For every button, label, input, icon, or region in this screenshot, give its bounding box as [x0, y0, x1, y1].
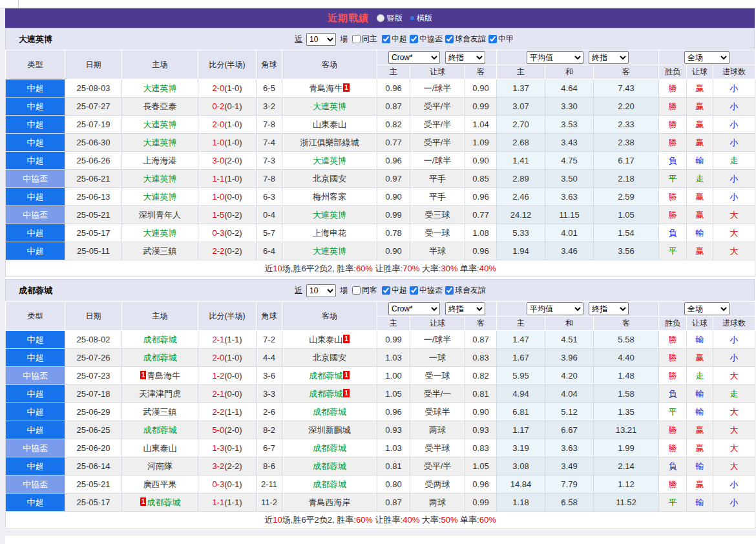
result-handicap-cell: 輸 [687, 403, 713, 421]
summary-text: 60% [356, 515, 373, 525]
result-handicap-cell: 輸 [687, 457, 713, 476]
match-type-cell: 中超 [6, 421, 65, 439]
avg-away-cell: 1.58 [594, 385, 659, 403]
team-name: 大連英博 [143, 120, 177, 129]
away-team-cell: 成都蓉城 [282, 457, 377, 476]
odds-away-cell: 1.05 [465, 457, 497, 476]
league-checkbox[interactable] [445, 35, 454, 43]
team-name: 成都蓉城 [309, 371, 342, 381]
avg-home-cell: 3.08 [497, 457, 545, 476]
result-outcome-cell: 勝 [659, 349, 687, 367]
score-cell: 2-0(1-0) [198, 116, 257, 134]
team-name: 大連英博 [143, 192, 177, 202]
result-outcome-cell: 平 [659, 403, 687, 421]
league-filter[interactable]: 中超 [382, 285, 407, 296]
home-team-cell: 大連英博 [122, 116, 198, 134]
average-select[interactable]: 平均值 [527, 51, 583, 64]
same-venue-checkbox[interactable] [352, 286, 361, 295]
league-filter[interactable]: 中甲 [488, 34, 514, 45]
odds-home-cell: 0.78 [377, 224, 410, 242]
table-row: 中協盃25-05-21廣西平果0-3(0-1)2-11成都蓉城0.80受两球0.… [6, 476, 755, 494]
league-filter[interactable]: 中協盃 [410, 285, 443, 296]
odds-away-cell: 1.08 [465, 224, 497, 242]
league-label: 球會友誼 [455, 285, 486, 296]
final-average-select[interactable]: 終指 [589, 302, 629, 315]
full-score: 0-3 [212, 228, 224, 238]
recent-link[interactable]: 近 [295, 285, 302, 296]
league-checkbox[interactable] [445, 286, 454, 295]
odds-away-cell: 0.77 [465, 206, 497, 224]
score-cell: 2-2(1-1) [198, 403, 257, 421]
league-checkbox[interactable] [382, 35, 390, 43]
match-type-cell: 中協盃 [6, 170, 65, 188]
corner-cell: 2-11 [257, 476, 282, 494]
radio-unselected-icon[interactable] [377, 14, 384, 22]
recent-count-select[interactable]: 10 [306, 33, 336, 46]
result-handicap-cell: 赢 [687, 206, 713, 224]
avg-draw-cell: 4.20 [545, 367, 594, 385]
match-type-cell: 中超 [6, 331, 65, 349]
scope-select[interactable]: 全场 [684, 51, 730, 64]
same-venue-checkbox[interactable] [352, 35, 361, 43]
away-team-cell: 山東泰山 [282, 116, 377, 134]
league-filter[interactable]: 中協盃 [410, 34, 443, 45]
layout-radio-horizontal[interactable]: 橫版 [410, 13, 432, 24]
home-team-cell: 1青島海牛 [122, 367, 198, 385]
handicap-cell: 受三球 [410, 206, 465, 224]
col-avg-away: 客 [594, 65, 659, 79]
avg-home-cell: 14.84 [497, 476, 545, 494]
team-name: 大連英博 [143, 174, 177, 183]
scope-select[interactable]: 全场 [684, 302, 730, 315]
result-goals-cell: 大 [713, 403, 755, 421]
layout-radio-vertical[interactable]: 豎版 [377, 13, 403, 24]
match-date: 25-05-21 [65, 206, 122, 224]
final-odds-select[interactable]: 終指 [445, 302, 485, 315]
avg-draw-cell: 11.15 [545, 206, 594, 224]
avg-draw-cell: 4.64 [545, 79, 594, 98]
col-odds-home: 主 [377, 317, 410, 331]
avg-draw-cell: 4.75 [545, 152, 594, 170]
red-card-badge: 1 [343, 83, 350, 92]
half-score: (0-0) [224, 389, 242, 399]
match-type-cell: 中超 [6, 79, 65, 98]
average-select[interactable]: 平均值 [527, 302, 583, 315]
radio-selected-icon[interactable] [410, 16, 414, 20]
away-team-cell: 北京國安 [282, 170, 377, 188]
recent-link[interactable]: 近 [295, 34, 302, 45]
bookmaker-select[interactable]: Crow* [388, 302, 440, 315]
team-name: 山東泰山 [143, 443, 177, 453]
red-card-badge: 1 [140, 371, 147, 379]
league-filter[interactable]: 球會友誼 [445, 285, 486, 296]
odds-away-cell: 1.04 [465, 116, 497, 134]
league-checkbox[interactable] [488, 35, 497, 43]
score-cell: 1-0(0-0) [198, 188, 257, 206]
team-name: 梅州客家 [313, 192, 346, 202]
final-average-select[interactable]: 終指 [589, 51, 629, 64]
full-score: 2-2 [212, 246, 224, 256]
corner-cell: 4-4 [257, 349, 282, 367]
home-team-cell: 河南隊 [122, 457, 198, 476]
bookmaker-select[interactable]: Crow* [388, 51, 440, 64]
league-checkbox[interactable] [410, 286, 418, 295]
radio-vertical-label: 豎版 [387, 13, 403, 24]
league-checkbox[interactable] [382, 286, 390, 295]
summary-text: 让胜率: [373, 264, 403, 273]
same-venue-filter[interactable]: 同客 [352, 285, 377, 296]
league-checkbox[interactable] [410, 35, 418, 43]
result-goals-cell: 小 [713, 116, 755, 134]
score-cell: 1-2(0-0) [198, 367, 257, 385]
average-group-header: 平均值終指 [497, 302, 659, 317]
team-name: 北京國安 [313, 174, 346, 183]
table-row: 中超25-08-03大連英博2-0(1-0)6-5青島海牛10.96一/球半0.… [6, 79, 755, 98]
page-title: 近期戰績 [328, 12, 369, 25]
same-venue-filter[interactable]: 同主 [352, 34, 377, 45]
team-name: 成都蓉城 [313, 443, 346, 453]
league-filter[interactable]: 球會友誼 [445, 34, 486, 45]
final-odds-select[interactable]: 終指 [445, 51, 485, 64]
team-name: 青島海牛 [147, 371, 180, 381]
league-filter[interactable]: 中超 [382, 34, 407, 45]
recent-count-select[interactable]: 10 [306, 284, 336, 297]
full-score: 2-1 [212, 335, 224, 344]
match-type-cell: 中超 [6, 385, 65, 403]
league-label: 中協盃 [419, 34, 443, 45]
